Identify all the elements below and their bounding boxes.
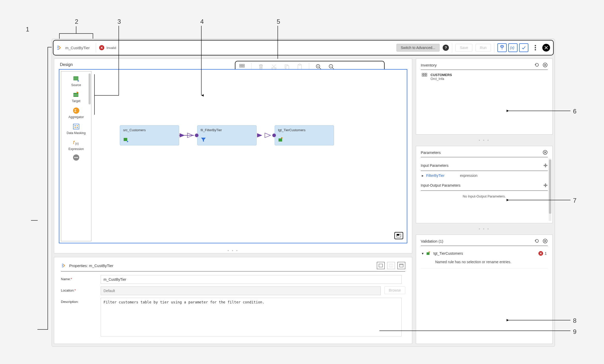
callout-8: 8: [573, 317, 576, 324]
svg-line-94: [377, 196, 570, 330]
callout-6: 6: [573, 108, 576, 115]
callout-9: 9: [573, 328, 576, 335]
callout-3: 3: [117, 18, 121, 25]
callout-4: 4: [200, 18, 204, 25]
callout-1: 1: [26, 26, 29, 33]
callout-7: 7: [573, 197, 576, 204]
callout-2: 2: [75, 18, 78, 25]
callout-5: 5: [277, 18, 280, 25]
